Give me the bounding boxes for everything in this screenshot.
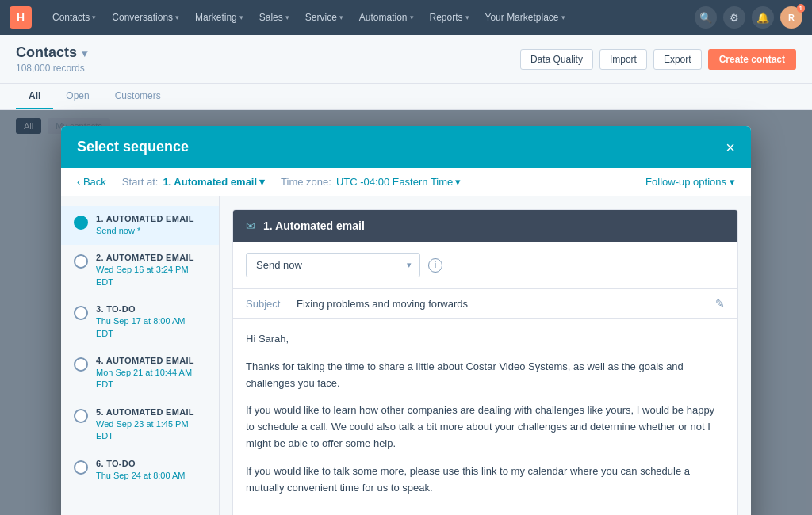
modal-subheader: ‹ Back Start at: 1. Automated email ▾ Ti… <box>61 168 751 196</box>
step-time: Thu Sep 17 at 8:00 AM EDT <box>96 315 186 340</box>
send-now-label: Send now <box>256 259 302 271</box>
sequence-step-1[interactable]: 1. AUTOMATED EMAIL Send now * <box>61 206 219 245</box>
email-panel-title: 1. Automated email <box>263 219 365 232</box>
step-type: 5. AUTOMATED EMAIL <box>96 407 194 417</box>
step-time: Wed Sep 16 at 3:24 PM EDT <box>96 264 194 288</box>
top-navigation: H Contacts ▾ Conversations ▾ Marketing ▾… <box>0 0 812 35</box>
email-send-icon: ✉ <box>246 219 255 232</box>
timezone-control: Time zone: UTC -04:00 Eastern Time ▾ <box>281 176 461 188</box>
start-at-label: Start at: <box>122 176 159 188</box>
data-quality-button[interactable]: Data Quality <box>520 49 593 70</box>
chevron-down-icon: ▾ <box>561 13 565 21</box>
sequence-step-5[interactable]: 5. AUTOMATED EMAIL Wed Sep 23 at 1:45 PM… <box>61 399 219 451</box>
nav-marketing[interactable]: Marketing ▾ <box>189 9 250 26</box>
select-sequence-modal: Select sequence × ‹ Back Start at: 1. Au… <box>61 126 751 515</box>
import-button[interactable]: Import <box>599 49 647 70</box>
step-indicator <box>74 357 88 372</box>
email-greeting: Hi Sarah, <box>246 331 725 348</box>
page-subheader: Contacts ▾ 108,000 records Data Quality … <box>0 35 812 84</box>
step-indicator <box>74 254 88 269</box>
email-body: Hi Sarah, Thanks for taking the time to … <box>233 319 737 515</box>
step-time: Send now * <box>96 225 194 237</box>
step-type: 4. AUTOMATED EMAIL <box>96 356 194 365</box>
step-time: Thu Sep 24 at 8:00 AM <box>96 470 186 482</box>
tab-open[interactable]: Open <box>53 84 102 109</box>
nav-service[interactable]: Service ▾ <box>299 9 350 26</box>
info-icon[interactable]: i <box>428 258 442 273</box>
user-avatar[interactable]: R 1 <box>780 6 802 29</box>
hubspot-logo[interactable]: H <box>10 6 32 29</box>
back-button[interactable]: ‹ Back <box>77 176 106 188</box>
page-title: Contacts ▾ <box>16 44 87 61</box>
send-now-dropdown[interactable]: Send now ▾ <box>246 253 420 277</box>
title-chevron-icon[interactable]: ▾ <box>82 47 87 59</box>
step-indicator <box>74 409 88 423</box>
sequence-main-content: ✉ 1. Automated email Send now ▾ i <box>220 196 751 515</box>
modal-title: Select sequence <box>77 139 189 155</box>
page-content: All My contacts Select sequence × ‹ Back… <box>0 110 812 515</box>
notification-badge: 1 <box>797 4 805 13</box>
tab-customers[interactable]: Customers <box>102 84 174 109</box>
step-indicator <box>74 306 88 320</box>
subject-label: Subject <box>246 298 287 310</box>
chevron-down-icon: ▾ <box>239 13 243 21</box>
sequence-sidebar: 1. AUTOMATED EMAIL Send now * 2. AUTOMAT… <box>61 196 220 515</box>
start-at-value[interactable]: 1. Automated email ▾ <box>163 176 265 188</box>
search-icon[interactable]: 🔍 <box>695 6 717 29</box>
chevron-down-icon: ▾ <box>339 13 343 21</box>
step-info: 5. AUTOMATED EMAIL Wed Sep 23 at 1:45 PM… <box>96 407 194 443</box>
email-panel: ✉ 1. Automated email Send now ▾ i <box>232 209 738 515</box>
nav-automation[interactable]: Automation ▾ <box>353 9 420 26</box>
subject-row: Subject ✎ <box>233 289 737 319</box>
step-time: Wed Sep 23 at 1:45 PM EDT <box>96 418 194 443</box>
sequence-step-2[interactable]: 2. AUTOMATED EMAIL Wed Sep 16 at 3:24 PM… <box>61 245 219 296</box>
subheader-actions: Data Quality Import Export Create contac… <box>520 49 796 70</box>
chevron-down-icon: ▾ <box>285 13 289 21</box>
tab-all[interactable]: All <box>16 84 53 109</box>
email-panel-header: ✉ 1. Automated email <box>233 210 737 242</box>
edit-icon: ✎ <box>715 297 725 310</box>
timezone-label: Time zone: <box>281 176 331 188</box>
settings-icon[interactable]: ⚙ <box>723 6 745 29</box>
send-timing-row: Send now ▾ i <box>233 242 737 289</box>
chevron-down-icon: ▾ <box>259 176 265 188</box>
step-indicator <box>74 460 88 475</box>
chevron-down-icon: ▾ <box>407 260 412 270</box>
nav-items: Contacts ▾ Conversations ▾ Marketing ▾ S… <box>46 9 680 26</box>
modal-body: 1. AUTOMATED EMAIL Send now * 2. AUTOMAT… <box>61 196 751 515</box>
record-count: 108,000 records <box>16 63 87 74</box>
email-paragraph-2: If you would like to learn how other com… <box>246 402 725 452</box>
sequence-step-3[interactable]: 3. TO-DO Thu Sep 17 at 8:00 AM EDT <box>61 296 219 348</box>
step-info: 1. AUTOMATED EMAIL Send now * <box>96 214 194 237</box>
sequence-step-4[interactable]: 4. AUTOMATED EMAIL Mon Sep 21 at 10:44 A… <box>61 348 219 399</box>
email-paragraph-3: If you would like to talk some more, ple… <box>246 464 725 497</box>
nav-conversations[interactable]: Conversations ▾ <box>105 9 186 26</box>
email-paragraph-1: Thanks for taking the time to share a li… <box>246 359 725 392</box>
sequence-step-6[interactable]: 6. TO-DO Thu Sep 24 at 8:00 AM <box>61 451 219 490</box>
step-type: 3. TO-DO <box>96 304 186 314</box>
export-button[interactable]: Export <box>653 49 702 70</box>
nav-sales[interactable]: Sales ▾ <box>253 9 296 26</box>
tabs-bar: All Open Customers <box>0 84 812 110</box>
modal-close-button[interactable]: × <box>726 139 735 155</box>
nav-marketplace[interactable]: Your Marketplace ▾ <box>479 9 572 26</box>
chevron-down-icon: ▾ <box>175 13 179 21</box>
chevron-down-icon: ▾ <box>730 176 735 188</box>
step-type: 2. AUTOMATED EMAIL <box>96 253 194 262</box>
chevron-down-icon: ▾ <box>410 13 414 21</box>
subject-input[interactable] <box>297 298 706 310</box>
step-type: 6. TO-DO <box>96 459 186 468</box>
followup-options-button[interactable]: Follow-up options ▾ <box>645 176 735 188</box>
step-info: 4. AUTOMATED EMAIL Mon Sep 21 at 10:44 A… <box>96 356 194 391</box>
step-info: 6. TO-DO Thu Sep 24 at 8:00 AM <box>96 459 186 482</box>
step-time: Mon Sep 21 at 10:44 AM EDT <box>96 367 194 391</box>
timezone-value[interactable]: UTC -04:00 Eastern Time ▾ <box>336 176 461 188</box>
nav-reports[interactable]: Reports ▾ <box>423 9 476 26</box>
nav-contacts[interactable]: Contacts ▾ <box>46 9 102 26</box>
nav-right-controls: 🔍 ⚙ 🔔 R 1 <box>695 6 802 29</box>
step-info: 3. TO-DO Thu Sep 17 at 8:00 AM EDT <box>96 304 186 340</box>
create-contact-button[interactable]: Create contact <box>708 49 796 70</box>
start-at-control: Start at: 1. Automated email ▾ <box>122 176 265 188</box>
chevron-down-icon: ▾ <box>455 176 461 188</box>
notifications-icon[interactable]: 🔔 <box>752 6 774 29</box>
